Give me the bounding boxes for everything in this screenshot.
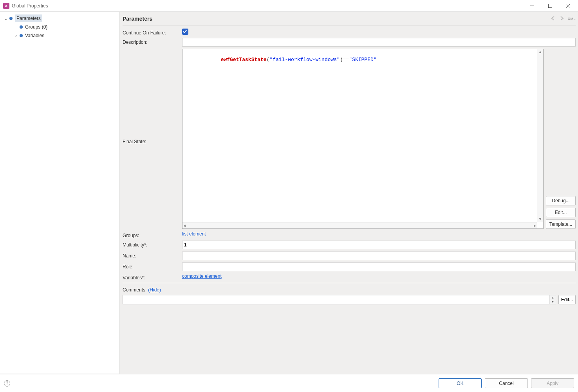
variables-label: Variables*: (123, 273, 182, 281)
dialog-buttons: OK Cancel Apply (439, 378, 574, 388)
xml-toggle[interactable]: XML (567, 17, 576, 21)
code-token-string: "fail-workflow-windows" (269, 57, 340, 63)
apply-button[interactable]: Apply (531, 378, 574, 388)
row-role: Role: (123, 263, 576, 271)
row-multiplicity: Multiplicity*: (123, 241, 576, 249)
bottom-bar: ? OK Cancel Apply (0, 374, 578, 392)
app-icon: a (3, 3, 9, 9)
template-button[interactable]: Template... (546, 219, 576, 229)
close-button[interactable] (559, 0, 577, 12)
spinner-up-icon[interactable]: ▲ (549, 295, 556, 300)
close-icon (566, 4, 570, 8)
row-continue-on-failure: Continue On Failure: (123, 29, 576, 36)
pane-title: Parameters (123, 16, 152, 22)
comments-hide-link[interactable]: (Hide) (148, 287, 161, 293)
svg-rect-1 (549, 4, 552, 7)
final-state-side-buttons: Debug... Edit... Template... (546, 49, 576, 229)
multiplicity-input[interactable] (182, 241, 576, 249)
role-input[interactable] (182, 263, 576, 271)
maximize-button[interactable] (541, 0, 559, 12)
code-token-string: "SKIPPED" (349, 57, 376, 63)
final-state-editor[interactable]: ewfGetTaskState("fail-workflow-windows")… (182, 49, 544, 229)
content-panel: Parameters XML Continue On Failure: Desc… (119, 12, 578, 374)
description-input[interactable] (182, 38, 576, 47)
row-final-state: Final State: ewfGetTaskState("fail-workf… (123, 49, 576, 229)
comments-row: ▲ ▼ Edit... (123, 295, 576, 304)
window-title: Global Properties (12, 3, 48, 9)
code-token-op: == (343, 57, 349, 63)
debug-button[interactable]: Debug... (546, 196, 576, 205)
title-bar: a Global Properties (0, 0, 578, 12)
tree-item-variables[interactable]: › Variables (0, 31, 119, 40)
tree-item-label: Parameters (15, 14, 42, 22)
multiplicity-label: Multiplicity*: (123, 241, 182, 248)
row-name: Name: (123, 252, 576, 260)
bullet-icon (20, 25, 23, 29)
role-label: Role: (123, 263, 182, 270)
chevron-right-icon[interactable]: › (13, 33, 19, 38)
comments-spinner[interactable]: ▲ ▼ (549, 295, 556, 304)
window-controls (523, 0, 577, 12)
spinner-down-icon[interactable]: ▼ (549, 300, 556, 304)
description-label: Description: (123, 38, 182, 45)
form-grid: Continue On Failure: Description: Final … (123, 29, 576, 374)
main-area: ⌄ Parameters › Groups (0) › Variables Pa… (0, 12, 578, 374)
name-input[interactable] (182, 252, 576, 260)
continue-on-failure-label: Continue On Failure: (123, 29, 182, 36)
comments-input[interactable] (123, 295, 556, 304)
groups-label: Groups: (123, 231, 182, 238)
ok-button[interactable]: OK (439, 378, 482, 388)
comments-label: Comments (123, 287, 145, 293)
code-token-fn: ewfGetTaskState (221, 57, 267, 63)
continue-on-failure-checkbox[interactable] (182, 29, 188, 35)
tree-item-label: Variables (25, 32, 44, 40)
comments-block: Comments (Hide) ▲ ▼ Edit... (123, 283, 576, 304)
help-icon[interactable]: ? (4, 380, 10, 387)
cancel-button[interactable]: Cancel (485, 378, 528, 388)
arrow-left-icon (551, 16, 556, 21)
comments-header: Comments (Hide) (123, 287, 576, 293)
name-label: Name: (123, 252, 182, 259)
row-groups: Groups: list element (123, 231, 576, 238)
chevron-down-icon[interactable]: ⌄ (3, 16, 9, 21)
vertical-scrollbar[interactable]: ▲▼ (537, 49, 543, 222)
bullet-icon (20, 34, 23, 37)
final-state-label: Final State: (123, 49, 182, 229)
row-variables: Variables*: composite element (123, 273, 576, 281)
row-description: Description: (123, 38, 576, 47)
minimize-button[interactable] (523, 0, 541, 12)
minimize-icon (530, 4, 534, 8)
tree-item-parameters[interactable]: ⌄ Parameters (0, 14, 119, 23)
pane-header: Parameters XML (123, 15, 576, 25)
tree-panel: ⌄ Parameters › Groups (0) › Variables (0, 12, 119, 374)
tree-item-label: Groups (0) (25, 23, 47, 31)
groups-link[interactable]: list element (182, 231, 206, 237)
maximize-icon (548, 4, 552, 8)
edit-button[interactable]: Edit... (546, 208, 576, 217)
code-token-paren: ) (340, 57, 343, 63)
bullet-icon (9, 17, 13, 20)
arrow-right-icon (559, 16, 565, 21)
variables-link[interactable]: composite element (182, 273, 222, 279)
pane-toolbar: XML (550, 16, 576, 22)
nav-back-button[interactable] (550, 16, 557, 22)
tree-item-groups[interactable]: › Groups (0) (0, 23, 119, 31)
comments-edit-button[interactable]: Edit... (558, 295, 576, 304)
nav-forward-button[interactable] (558, 16, 565, 22)
horizontal-scrollbar[interactable]: ◀▶ (182, 222, 537, 228)
